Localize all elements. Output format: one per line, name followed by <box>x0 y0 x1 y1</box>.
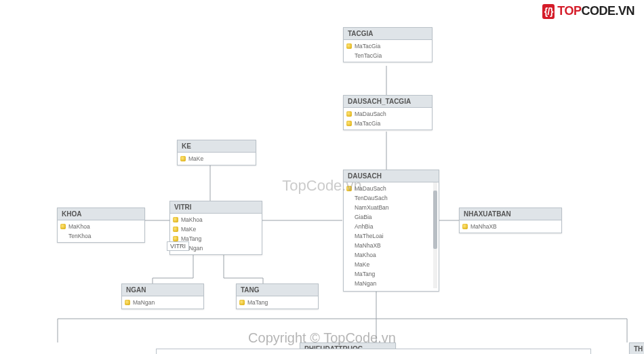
entity-title: KE <box>178 140 256 153</box>
edge-region <box>156 349 591 354</box>
field-row: MaKe <box>346 260 436 269</box>
field-row: MaKe <box>180 154 253 163</box>
logo-watermark: {/}TOPCODE.VN <box>542 4 635 19</box>
field-row: MaNhaXB <box>462 222 559 231</box>
field-row: MaNgan <box>346 279 436 288</box>
field-row: MaTacGia <box>346 119 429 128</box>
erd-canvas[interactable]: TACGIA MaTacGia TenTacGia DAUSACH_TACGIA… <box>0 0 644 354</box>
field-row: TenKhoa <box>60 231 142 241</box>
entity-title: NHAXUATBAN <box>460 208 561 220</box>
field-row: MaKhoa <box>173 215 259 224</box>
entity-ke[interactable]: KE MaKe <box>177 140 256 165</box>
entity-dausach-tacgia[interactable]: DAUSACH_TACGIA MaDauSach MaTacGia <box>343 95 432 130</box>
entity-title: TACGIA <box>344 28 432 40</box>
field-row: AnhBia <box>346 222 436 231</box>
relationships <box>0 0 644 354</box>
entity-title: TANG <box>237 284 318 296</box>
entity-dausach[interactable]: DAUSACH MaDauSach TenDauSach NamXuatBan … <box>343 170 439 292</box>
entity-th[interactable]: TH <box>629 342 644 354</box>
entity-tacgia[interactable]: TACGIA MaTacGia TenTacGia <box>343 27 432 62</box>
scrollbar[interactable] <box>433 182 437 288</box>
entity-title: KHOA <box>58 208 144 220</box>
field-row: MaKe <box>173 224 259 234</box>
field-row: MaNhaXB <box>346 241 436 250</box>
entity-title: VITRI <box>170 201 262 214</box>
brace-icon: {/} <box>542 4 555 19</box>
field-row: MaTang <box>346 269 436 279</box>
field-row: MaTacGia <box>346 41 429 51</box>
field-row: MaKhoa <box>346 250 436 260</box>
entity-title: TH <box>630 343 644 354</box>
field-row: MaNgan <box>125 298 201 307</box>
entity-tang[interactable]: TANG MaTang <box>236 283 319 309</box>
entity-ngan[interactable]: NGAN MaNgan <box>121 283 204 309</box>
field-row: MaTheLoai <box>346 231 436 241</box>
tooltip-vitri: VITRI <box>167 241 189 251</box>
field-row: MaDauSach <box>346 184 436 193</box>
field-row: MaKhoa <box>60 222 142 231</box>
field-row: GiaBia <box>346 212 436 222</box>
entity-title: DAUSACH <box>344 170 439 182</box>
entity-title: NGAN <box>122 284 203 296</box>
entity-khoa[interactable]: KHOA MaKhoa TenKhoa <box>57 208 145 243</box>
entity-title: DAUSACH_TACGIA <box>344 96 432 108</box>
field-row: MaDauSach <box>346 109 429 119</box>
field-row: TenDauSach <box>346 193 436 203</box>
field-row: NamXuatBan <box>346 203 436 212</box>
field-row: TenTacGia <box>346 51 429 60</box>
entity-nhaxuatban[interactable]: NHAXUATBAN MaNhaXB <box>459 208 562 233</box>
field-row: MaTang <box>239 298 315 307</box>
